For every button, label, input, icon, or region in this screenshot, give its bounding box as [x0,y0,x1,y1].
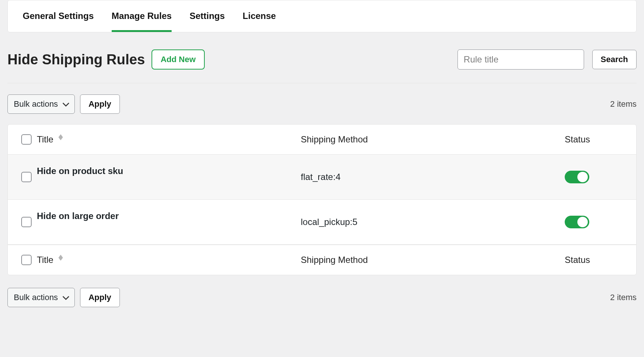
sort-icon[interactable] [58,134,63,140]
search-button[interactable]: Search [592,50,637,69]
page-title: Hide Shipping Rules [7,52,145,68]
table-header-row: Title Shipping Method Status [8,125,636,155]
tabs-container: General Settings Manage Rules Settings L… [7,0,637,32]
column-header-status: Status [565,134,628,145]
column-header-title[interactable]: Title [37,134,53,145]
rule-title-link[interactable]: Hide on large order [37,211,119,221]
tab-general-settings[interactable]: General Settings [23,0,94,32]
apply-button-top[interactable]: Apply [80,94,120,114]
bulk-actions-select-bottom[interactable]: Bulk actions [7,288,75,307]
tab-settings[interactable]: Settings [189,0,225,32]
tab-manage-rules[interactable]: Manage Rules [112,0,172,32]
bulk-actions-label: Bulk actions [14,293,58,302]
search-input[interactable] [458,49,584,70]
select-all-checkbox-top[interactable] [21,134,32,145]
chevron-down-icon [63,293,69,302]
row-checkbox[interactable] [21,172,32,182]
status-toggle[interactable] [565,171,589,183]
row-checkbox[interactable] [21,217,32,227]
rules-table: Title Shipping Method Status Hide on pro… [7,124,637,275]
table-row: Hide on product sku flat_rate:4 [8,155,636,200]
column-footer-title[interactable]: Title [37,255,53,265]
column-footer-status: Status [565,255,628,265]
bottom-controls: Bulk actions Apply 2 items [7,288,637,307]
apply-button-bottom[interactable]: Apply [80,288,120,307]
table-footer-row: Title Shipping Method Status [8,245,636,275]
items-count-bottom: 2 items [610,293,637,302]
tab-license[interactable]: License [243,0,276,32]
table-row: Hide on large order local_pickup:5 [8,200,636,245]
sort-icon[interactable] [58,255,63,261]
status-toggle[interactable] [565,216,589,228]
bulk-actions-select[interactable]: Bulk actions [7,94,75,114]
rule-method: flat_rate:4 [301,172,565,182]
rule-title-link[interactable]: Hide on product sku [37,166,123,176]
add-new-button[interactable]: Add New [152,49,204,70]
top-controls: Bulk actions Apply 2 items [7,94,637,114]
select-all-checkbox-bottom[interactable] [21,255,32,265]
bulk-actions-label: Bulk actions [14,99,58,109]
column-header-method: Shipping Method [301,134,565,145]
page-header: Hide Shipping Rules Add New Search [7,43,637,83]
column-footer-method: Shipping Method [301,255,565,265]
items-count-top: 2 items [610,99,637,109]
rule-method: local_pickup:5 [301,217,565,227]
chevron-down-icon [63,99,69,109]
